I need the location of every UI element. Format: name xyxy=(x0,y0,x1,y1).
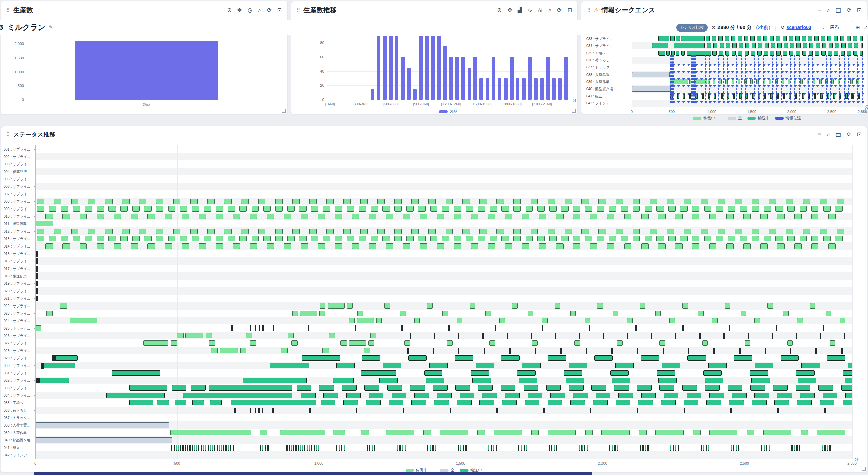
row-axis-tick xyxy=(34,365,35,366)
gantt-bar xyxy=(823,325,824,331)
chart-line-icon[interactable]: ∿ xyxy=(528,7,532,13)
arrowhead xyxy=(812,101,815,103)
gantt-bar xyxy=(484,348,485,354)
list-icon[interactable]: ≡ xyxy=(818,132,821,137)
expand-icon[interactable]: ⊡ xyxy=(568,7,572,13)
file-button[interactable]: ⊞ フ xyxy=(850,21,868,34)
gantt-bar xyxy=(37,229,44,234)
gantt-bar xyxy=(147,214,155,219)
gantt-bar xyxy=(658,378,677,383)
arrowhead xyxy=(727,78,730,80)
drag-handle-icon[interactable]: ⠿ xyxy=(6,7,10,13)
refresh-icon[interactable]: ⟳ xyxy=(267,7,271,13)
gantt-bar xyxy=(314,445,315,451)
expand-icon[interactable]: ⊡ xyxy=(857,132,862,137)
arrowhead xyxy=(794,71,797,73)
refresh-icon[interactable]: ⟳ xyxy=(557,7,561,13)
expand-icon[interactable]: ⊡ xyxy=(277,7,282,13)
gantt-bar xyxy=(820,333,821,339)
gantt-bar xyxy=(709,214,717,219)
arrowhead xyxy=(740,78,744,80)
move-icon[interactable]: ✥ xyxy=(508,7,512,13)
trend-bar xyxy=(510,57,514,100)
gantt-bar xyxy=(841,348,843,354)
resize-grip[interactable] xyxy=(862,109,866,113)
gantt-bar xyxy=(745,51,749,56)
gantt-bar xyxy=(377,229,385,234)
gantt-bar xyxy=(556,243,564,249)
gantt-bar xyxy=(671,51,675,56)
gantt-bar xyxy=(424,370,442,376)
gantt-bar xyxy=(129,400,153,405)
arrowhead xyxy=(794,78,797,80)
gantt-bar xyxy=(291,340,297,346)
y-axis-tick-label: 60 xyxy=(307,55,324,59)
gantt-bar xyxy=(216,236,223,241)
resize-grip[interactable] xyxy=(862,467,866,471)
resize-grip[interactable] xyxy=(572,109,576,113)
table-icon[interactable]: ▤ xyxy=(836,132,841,137)
info-transfer-arrow xyxy=(848,55,849,103)
gantt-bar xyxy=(414,318,420,323)
unlink-icon[interactable]: ⊘ xyxy=(227,7,231,13)
gantt-bar xyxy=(835,43,839,48)
gantt-bar xyxy=(36,258,38,264)
gantt-bar xyxy=(585,236,592,241)
gantt-bar xyxy=(509,348,511,354)
resize-grip[interactable] xyxy=(282,109,286,113)
gantt-bar xyxy=(522,243,530,249)
gantt-bar xyxy=(764,206,771,212)
gantt-bar xyxy=(647,445,648,451)
vertical-gridline xyxy=(319,145,319,459)
gantt-bar xyxy=(250,325,251,331)
gantt-bar xyxy=(457,318,462,323)
drag-handle-icon[interactable]: ⠿ xyxy=(297,7,300,13)
expand-icon[interactable]: ⊡ xyxy=(857,7,862,13)
gantt-bar xyxy=(495,325,496,331)
refresh-icon[interactable]: ⟳ xyxy=(847,132,851,137)
arrowhead xyxy=(785,101,788,103)
gantt-bar xyxy=(36,288,38,294)
gantt-bar xyxy=(41,363,44,369)
table-icon[interactable]: ▤ xyxy=(836,7,841,13)
gantt-row-label: 009 : サプライ... xyxy=(4,207,33,212)
gantt-bar xyxy=(726,43,730,48)
chart-bar-icon[interactable]: ▟ xyxy=(518,7,522,13)
unlink-icon[interactable]: ⊘ xyxy=(497,7,501,13)
search-icon[interactable]: ⌕ xyxy=(827,7,830,13)
gantt-bar xyxy=(513,199,521,204)
gantt-bar xyxy=(701,229,708,234)
clock-icon[interactable]: ◷ xyxy=(248,7,252,13)
gantt-row-label: 021 : サプライ... xyxy=(4,296,33,301)
gantt-bar xyxy=(262,325,264,331)
gantt-row-label: 014 : サプライ... xyxy=(4,244,33,249)
horizontal-scrollbar-thumb[interactable] xyxy=(34,472,592,475)
refresh-icon[interactable]: ⟳ xyxy=(847,7,851,13)
stack-icon[interactable]: ≋ xyxy=(538,7,542,13)
drag-handle-icon[interactable]: ⠿ xyxy=(587,7,590,13)
move-icon[interactable]: ✥ xyxy=(237,7,242,13)
gantt-bar xyxy=(663,348,664,354)
gantt-bar xyxy=(482,333,484,339)
drag-handle-icon[interactable]: ⠿ xyxy=(6,132,10,137)
back-button[interactable]: ← 戻る xyxy=(816,21,845,34)
list-icon[interactable]: ≡ xyxy=(818,7,821,13)
gantt-bar xyxy=(693,430,701,435)
gantt-row-label: 042 : ラインア... xyxy=(4,453,33,458)
gantt-bar xyxy=(728,236,735,241)
gantt-bar xyxy=(820,229,827,234)
gantt-bar xyxy=(297,385,311,391)
info-transfer-arrow xyxy=(709,55,710,103)
gantt-bar xyxy=(787,206,795,212)
gantt-bar xyxy=(479,229,487,234)
gantt-bar xyxy=(180,236,188,241)
arrowhead xyxy=(700,101,703,103)
scenario-link[interactable]: scenario03 xyxy=(787,25,811,30)
gantt-bar xyxy=(610,370,629,376)
search-icon[interactable]: ⌕ xyxy=(258,7,261,13)
search-icon[interactable]: ⌕ xyxy=(548,7,551,13)
search-icon[interactable]: ⌕ xyxy=(827,132,830,137)
edit-icon[interactable]: ✎ xyxy=(48,24,53,31)
gantt-bar xyxy=(704,206,712,212)
gantt-bar xyxy=(752,43,756,48)
